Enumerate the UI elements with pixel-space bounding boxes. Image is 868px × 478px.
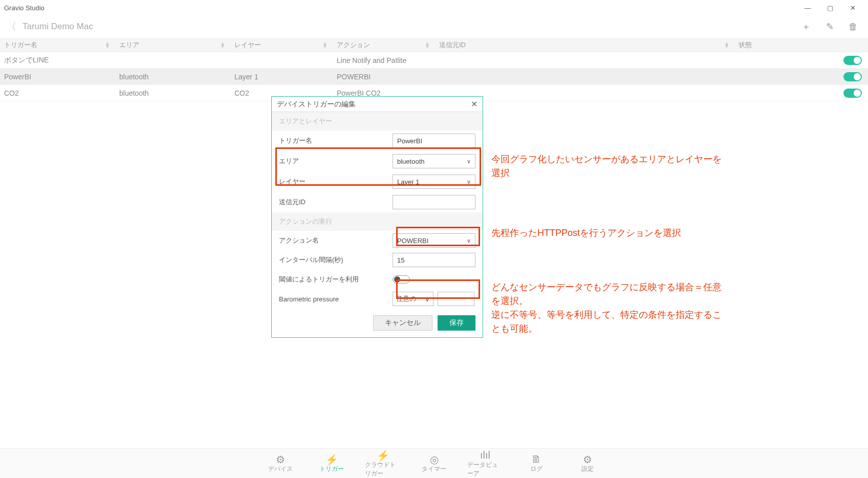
area-select[interactable]: bluetooth∨ (393, 154, 475, 168)
gear-icon: ⚙ (583, 453, 592, 465)
add-icon[interactable]: ＋ (797, 18, 815, 35)
nav-cloud-trigger[interactable]: ⚡クラウドトリガー (365, 449, 401, 478)
navbar: 〈 Tarumi Demo Mac ＋ ✎ 🗑 (0, 15, 868, 38)
cancel-button[interactable]: キャンセル (373, 315, 432, 331)
annotation-text-2: 先程作ったHTTPPostを行うアクションを選択 (491, 226, 727, 240)
barometric-condition-select[interactable]: 任意の∨ (393, 292, 433, 306)
edit-icon[interactable]: ✎ (821, 18, 838, 35)
modal-title: デバイストリガーの編集 (277, 100, 356, 109)
label-threshold: 閾値によるトリガーを利用 (279, 275, 393, 284)
annotation-text-3: どんなセンサーデータでもグラフに反映する場合＝任意を選択。 逆に不等号、等号を利… (491, 280, 727, 336)
col-area[interactable]: エリア (119, 40, 139, 50)
timer-icon: ◎ (430, 453, 439, 465)
document-icon: 🗎 (531, 453, 541, 465)
nav-device[interactable]: ⚙デバイス (263, 449, 298, 478)
bottom-nav: ⚙デバイス ⚡トリガー ⚡クラウドトリガー ◎タイマー ılılデータビューア … (0, 448, 868, 478)
section-action-exec: アクションの実行 (272, 212, 483, 231)
app-title: Gravio Studio (4, 4, 45, 12)
delete-icon[interactable]: 🗑 (844, 18, 862, 35)
state-toggle[interactable] (843, 72, 862, 81)
state-toggle[interactable] (843, 56, 862, 65)
nav-settings[interactable]: ⚙設定 (570, 449, 605, 478)
close-icon[interactable]: ✕ (471, 99, 478, 109)
nav-data-viewer[interactable]: ılılデータビューア (467, 449, 503, 478)
nav-trigger[interactable]: ⚡トリガー (314, 449, 350, 478)
table-header: トリガー名▲▼ エリア▲▼ レイヤー▲▼ アクション▲▼ 送信元ID▲▼ 状態 (0, 38, 868, 52)
chart-icon: ılıl (480, 449, 490, 461)
col-trigger[interactable]: トリガー名 (4, 40, 37, 50)
label-interval: インターバル間隔(秒) (279, 255, 393, 265)
col-layer[interactable]: レイヤー (234, 40, 261, 50)
window-minimize[interactable]: — (796, 0, 819, 15)
label-barometric: Barometric pressure (279, 295, 393, 303)
nav-log[interactable]: 🗎ログ (518, 449, 554, 478)
window-maximize[interactable]: ▢ (819, 0, 841, 15)
sender-id-input[interactable] (393, 195, 475, 209)
state-toggle[interactable] (843, 89, 862, 98)
section-area-layer: エリアとレイヤー (272, 112, 483, 131)
titlebar: Gravio Studio — ▢ ✕ (0, 0, 868, 15)
cloud-lightning-icon: ⚡ (377, 449, 389, 461)
annotation-text-1: 今回グラフ化したいセンサーがあるエリアとレイヤーを選択 (491, 153, 727, 180)
threshold-toggle[interactable] (393, 275, 410, 284)
gear-icon: ⚙ (276, 453, 285, 465)
lightning-icon: ⚡ (326, 453, 338, 465)
trigger-name-input[interactable] (393, 134, 475, 148)
col-state[interactable]: 状態 (739, 40, 752, 50)
table-row[interactable]: PowerBIbluetoothLayer 1POWERBI (0, 69, 868, 85)
barometric-value-input[interactable] (438, 292, 474, 306)
back-chevron-icon[interactable]: 〈 (6, 20, 16, 34)
table-row[interactable]: ボタンでLINELine Notify and Patlite (0, 52, 868, 69)
window-close[interactable]: ✕ (841, 0, 864, 15)
col-sender[interactable]: 送信元ID (439, 40, 466, 50)
col-action[interactable]: アクション (337, 40, 370, 50)
label-trigger-name: トリガー名 (279, 136, 393, 145)
label-area: エリア (279, 157, 393, 166)
label-layer: レイヤー (279, 177, 393, 186)
action-name-select[interactable]: POWERBI∨ (393, 233, 475, 248)
edit-trigger-modal: デバイストリガーの編集 ✕ エリアとレイヤー トリガー名 エリア bluetoo… (271, 96, 483, 338)
label-action-name: アクション名 (279, 236, 393, 245)
interval-input[interactable] (393, 253, 475, 267)
nav-timer[interactable]: ◎タイマー (416, 449, 452, 478)
breadcrumb: Tarumi Demo Mac (23, 21, 93, 32)
label-sender-id: 送信元ID (279, 198, 393, 207)
layer-select[interactable]: Layer 1∨ (393, 175, 475, 189)
save-button[interactable]: 保存 (438, 315, 475, 331)
